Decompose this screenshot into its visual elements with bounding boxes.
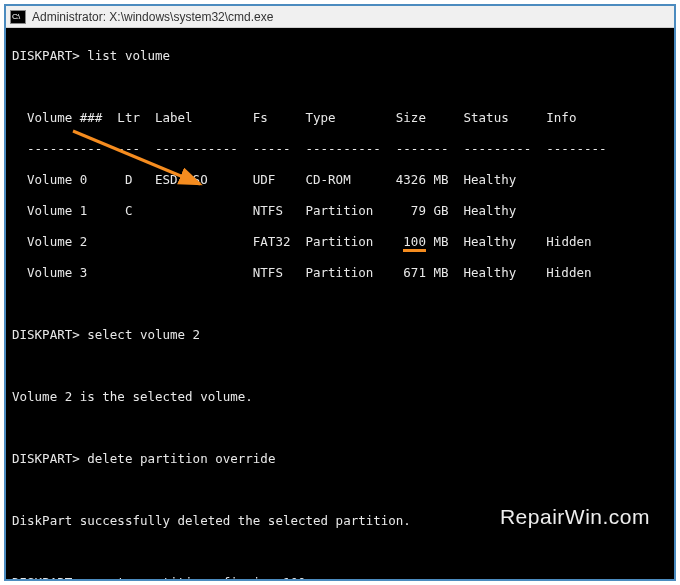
prompt: DISKPART> [12, 327, 80, 342]
table-divider: ---------- --- ----------- ----- -------… [12, 141, 668, 157]
prompt: DISKPART> [12, 575, 80, 580]
terminal-area[interactable]: DISKPART> list volume Volume ### Ltr Lab… [6, 28, 674, 579]
cmd-delete-partition: delete partition override [87, 451, 275, 466]
highlight-size: 100 [403, 234, 426, 252]
cmd-create-partition-pre: create partition efi size= [87, 575, 283, 580]
cmd-icon: C:\ [10, 10, 26, 24]
highlight-efi-size: 100 [283, 575, 306, 580]
titlebar[interactable]: C:\ Administrator: X:\windows\system32\c… [6, 6, 674, 28]
prompt: DISKPART> [12, 48, 80, 63]
cmd-list-volume: list volume [87, 48, 170, 63]
msg-selected: Volume 2 is the selected volume. [12, 389, 668, 405]
prompt: DISKPART> [12, 451, 80, 466]
watermark: RepairWin.com [500, 505, 650, 529]
table-header: Volume ### Ltr Label Fs Type Size Status… [12, 110, 668, 126]
table-row: Volume 0 D ESD-ISO UDF CD-ROM 4326 MB He… [12, 172, 668, 188]
table-row: Volume 3 NTFS Partition 671 MB Healthy H… [12, 265, 668, 281]
cmd-select-volume: select volume 2 [87, 327, 200, 342]
window-frame: C:\ Administrator: X:\windows\system32\c… [4, 4, 676, 581]
window-title: Administrator: X:\windows\system32\cmd.e… [32, 10, 273, 24]
table-row: Volume 1 C NTFS Partition 79 GB Healthy [12, 203, 668, 219]
table-row: Volume 2 FAT32 Partition 100 MB Healthy … [12, 234, 668, 250]
